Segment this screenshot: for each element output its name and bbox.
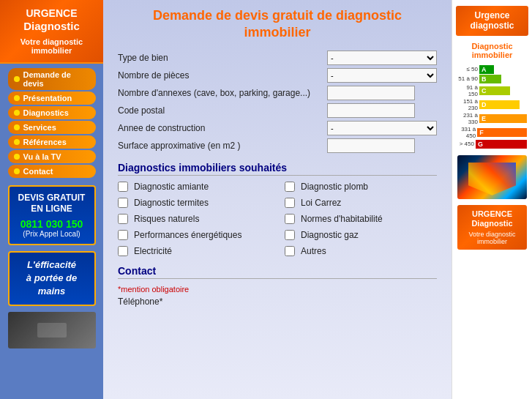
sidebar-nav-item[interactable]: Demande de devis [8, 68, 96, 90]
diag-item-risques: Risques naturels [118, 214, 270, 224]
form-row-nb-pieces: Nombre de pièces - [118, 68, 437, 83]
energy-letter: F [479, 129, 484, 136]
label-elec: Electricité [134, 246, 172, 256]
efficacite-line2: à portée de mains [26, 272, 77, 297]
energy-row-label: ≤ 50 [457, 66, 478, 72]
nav-label: Présentation [23, 94, 72, 102]
form-row-code-postal: Code postal [118, 103, 437, 118]
label-nb-pieces: Nombre de pièces [118, 70, 327, 81]
logo-subtitle: Votre diagnostic immobilier [7, 37, 96, 55]
sidebar-nav-item[interactable]: Vu à la TV [8, 150, 96, 163]
sidebar-nav: Demande de devisPrésentationDiagnosticsS… [0, 67, 103, 179]
left-sidebar: URGENCE Diagnostic Votre diagnostic immo… [0, 0, 103, 399]
diag-item-carrez: Loi Carrez [285, 198, 437, 208]
nav-label: Références [23, 138, 67, 146]
label-surface: Surface approximative (en m2 ) [118, 141, 327, 151]
diag-item-perf: Performances énergétiques [118, 230, 270, 240]
energy-row-label: 51 à 90 [457, 75, 478, 82]
sidebar-nav-item[interactable]: Références [8, 135, 96, 149]
checkbox-elec[interactable] [118, 246, 128, 256]
energy-row-label: 151 à 230 [457, 98, 478, 111]
sidebar-nav-item[interactable]: Présentation [8, 92, 96, 105]
sidebar-nav-item[interactable]: Contact [8, 165, 96, 178]
checkbox-gaz[interactable] [285, 230, 295, 240]
checkbox-carrez[interactable] [285, 198, 295, 208]
contact-section: Contact *mention obligatoire Téléphone* [118, 265, 437, 307]
form-row-annexes: Nombre d'annexes (cave, box, parking, ga… [118, 86, 437, 100]
checkbox-termites[interactable] [118, 198, 128, 208]
label-risques: Risques naturels [134, 214, 199, 224]
diagnostics-grid: Diagnostic amiante Diagnostic termites R… [118, 182, 437, 256]
devis-prix: (Prix Appel Local) [12, 230, 91, 238]
nav-dot [14, 154, 20, 160]
energy-letter: A [482, 66, 487, 73]
checkbox-normes[interactable] [285, 214, 295, 224]
diag-col-right: Diagnostic plomb Loi Carrez Normes d'hab… [285, 182, 437, 256]
diag-item-elec: Electricité [118, 246, 270, 256]
checkbox-plomb[interactable] [285, 182, 295, 192]
energy-row: ≤ 50A [457, 65, 527, 74]
sidebar-nav-item[interactable]: Services [8, 121, 96, 134]
label-gaz: Diagnostic gaz [301, 230, 359, 240]
form-row-type-bien: Type de bien - [118, 51, 437, 65]
energy-row-label: 91 à 150 [457, 84, 478, 97]
label-type-bien: Type de bien [118, 53, 327, 63]
input-code-postal[interactable] [327, 103, 437, 118]
checkbox-amiante[interactable] [118, 182, 128, 192]
input-surface[interactable] [327, 138, 437, 153]
nav-label: Contact [23, 167, 53, 176]
energy-bar: A [479, 65, 494, 74]
label-termites: Diagnostic termites [134, 198, 209, 208]
energy-letter: C [482, 87, 487, 94]
urgence-sub: Votre diagnostic immobilier [462, 231, 522, 245]
checkbox-perf[interactable] [118, 230, 128, 240]
diag-item-plomb: Diagnostic plomb [285, 182, 437, 192]
form-row-surface: Surface approximative (en m2 ) [118, 138, 437, 153]
checkbox-autres[interactable] [285, 246, 295, 256]
nav-label: Diagnostics [23, 108, 69, 117]
label-perf: Performances énergétiques [134, 230, 241, 240]
energy-bar: F [477, 128, 527, 137]
input-annee[interactable]: - [327, 121, 437, 135]
text-surface[interactable] [327, 138, 415, 153]
text-code-postal[interactable] [327, 103, 415, 118]
efficacite-box: L'éfficacité à portée de mains [8, 251, 96, 306]
nav-label: Services [23, 123, 56, 132]
input-nb-pieces[interactable]: - [327, 68, 437, 83]
sidebar-logo: URGENCE Diagnostic Votre diagnostic immo… [0, 0, 103, 64]
sidebar-nav-item[interactable]: Diagnostics [8, 106, 96, 119]
right-logo: Urgence diagnostic [456, 6, 528, 36]
page-title: Demande de devis gratuit de diagnostic i… [118, 7, 437, 42]
devis-box: DEVIS GRATUIT EN LIGNE 0811 030 150 (Pri… [8, 185, 96, 245]
energy-letter: E [482, 115, 486, 122]
label-normes: Normes d'habitabilité [301, 214, 383, 224]
diag-col-left: Diagnostic amiante Diagnostic termites R… [118, 182, 270, 256]
select-nb-pieces[interactable]: - [327, 68, 437, 83]
form-table: Type de bien - Nombre de pièces - Nombre… [118, 51, 437, 153]
input-type-bien[interactable]: - [327, 51, 437, 65]
diag-item-autres: Autres [285, 246, 437, 256]
title-line2: immobilier [244, 25, 310, 40]
logo-title-line2: Diagnostic [7, 20, 96, 33]
energy-letter: G [478, 141, 483, 148]
label-carrez: Loi Carrez [301, 198, 341, 208]
nav-dot [14, 76, 20, 82]
energy-bar: E [479, 114, 527, 123]
diagnostics-section-title: Diagnostics immobiliers souhaités [118, 162, 437, 176]
nav-dot [14, 110, 20, 116]
energy-chart: ≤ 50A51 à 90B91 à 150C151 à 230D231 à 33… [457, 65, 527, 149]
text-annexes[interactable] [327, 86, 415, 100]
select-type-bien[interactable]: - [327, 51, 437, 65]
energy-row-label: > 450 [457, 141, 474, 147]
efficacite-line1: L'éfficacité [27, 259, 76, 270]
checkbox-risques[interactable] [118, 214, 128, 224]
input-annexes[interactable] [327, 86, 437, 100]
select-annee[interactable]: - [327, 121, 437, 135]
sidebar-image [8, 312, 96, 348]
energy-row: 151 à 230D [457, 98, 527, 111]
contact-note: *mention obligatoire [118, 285, 437, 294]
contact-telephone-label: Téléphone* [118, 297, 437, 307]
diag-item-termites: Diagnostic termites [118, 198, 270, 208]
energy-bar: B [479, 75, 501, 83]
nav-dot [14, 168, 20, 174]
